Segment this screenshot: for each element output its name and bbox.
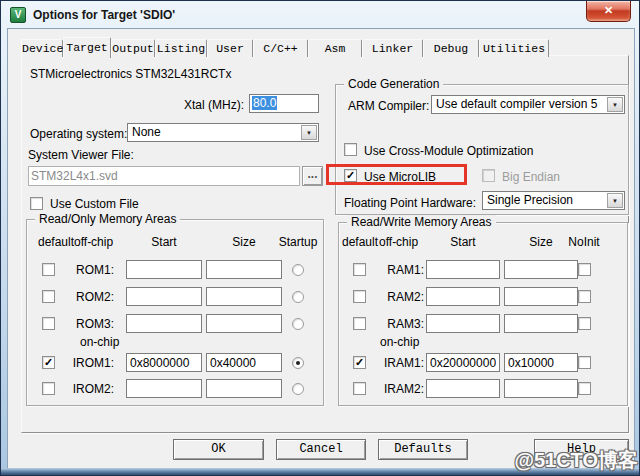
irom1-start-input[interactable]: [126, 353, 202, 372]
checkmark-icon: ✓: [355, 356, 364, 368]
irom2-start-input[interactable]: [126, 379, 202, 398]
ram-header-noinit: NoInit: [562, 235, 606, 249]
chevron-down-icon[interactable]: ▼: [607, 97, 623, 112]
window-title: Options for Target 'SDIO': [33, 8, 175, 22]
rom2-size-input[interactable]: [206, 287, 282, 306]
cross-module-label: Use Cross-Module Optimization: [364, 144, 533, 158]
operating-system-label: Operating system:: [30, 127, 127, 141]
red-highlight-annotation: [326, 164, 467, 185]
iram1-noinit-checkbox[interactable]: [578, 356, 591, 369]
ram1-default-checkbox[interactable]: [353, 263, 366, 276]
big-endian-label: Big Endian: [502, 170, 560, 184]
dialog-body: Device Target Output Listing User C/C++ …: [8, 29, 634, 469]
ram1-label: RAM1:: [374, 263, 424, 277]
close-icon: ✕: [604, 4, 613, 16]
rom3-start-input[interactable]: [126, 314, 202, 333]
system-viewer-file-label: System Viewer File:: [28, 148, 134, 162]
defaults-button[interactable]: Defaults: [378, 439, 468, 460]
rom-header-default: default: [38, 235, 74, 249]
rom1-start-input[interactable]: [126, 260, 202, 279]
cancel-button[interactable]: Cancel: [276, 439, 366, 460]
ok-button[interactable]: OK: [173, 439, 264, 460]
chevron-down-icon[interactable]: ▼: [301, 125, 317, 140]
tab-output[interactable]: Output: [111, 39, 155, 57]
iram2-default-checkbox[interactable]: [353, 382, 366, 395]
irom2-startup-radio[interactable]: [292, 383, 304, 395]
tab-user[interactable]: User: [207, 39, 253, 57]
xtal-input[interactable]: 80.0: [249, 94, 319, 113]
iram2-start-input[interactable]: [426, 379, 500, 398]
tab-utilities[interactable]: Utilities: [479, 39, 549, 57]
ram3-label: RAM3:: [374, 317, 424, 331]
irom2-default-checkbox[interactable]: [42, 382, 55, 395]
close-button[interactable]: ✕: [586, 1, 631, 22]
ram1-start-input[interactable]: [426, 260, 500, 279]
title-bar: V Options for Target 'SDIO' ✕: [1, 1, 639, 29]
operating-system-value: None: [132, 125, 161, 139]
ram1-noinit-checkbox[interactable]: [578, 263, 591, 276]
ram3-default-checkbox[interactable]: [353, 317, 366, 330]
ram3-size-input[interactable]: [504, 314, 578, 333]
ram3-start-input[interactable]: [426, 314, 500, 333]
iram1-size-input[interactable]: [504, 353, 578, 372]
ram2-label: RAM2:: [374, 290, 424, 304]
rom1-startup-radio[interactable]: [292, 264, 304, 276]
floating-point-select[interactable]: Single Precision ▼: [482, 191, 625, 210]
irom2-size-input[interactable]: [206, 379, 282, 398]
rom3-size-input[interactable]: [206, 314, 282, 333]
tab-ccpp[interactable]: C/C++: [253, 39, 308, 57]
rom2-label: ROM2:: [66, 290, 114, 304]
rom2-startup-radio[interactable]: [292, 291, 304, 303]
rom2-default-checkbox[interactable]: [42, 290, 55, 303]
ram3-noinit-checkbox[interactable]: [578, 317, 591, 330]
rom1-default-checkbox[interactable]: [42, 263, 55, 276]
rom-onchip-label: on-chip: [80, 335, 119, 349]
uvision-app-icon: V: [10, 7, 26, 23]
rom3-label: ROM3:: [66, 317, 114, 331]
arm-compiler-label: ARM Compiler:: [348, 99, 429, 113]
irom1-label: IROM1:: [66, 356, 114, 370]
iram1-start-input[interactable]: [426, 353, 500, 372]
rom3-default-checkbox[interactable]: [42, 317, 55, 330]
tab-linker[interactable]: Linker: [362, 39, 423, 57]
rom1-size-input[interactable]: [206, 260, 282, 279]
irom1-startup-radio[interactable]: [292, 357, 304, 369]
ram-header-offchip: off-chip: [379, 235, 418, 249]
tab-device[interactable]: Device: [21, 39, 63, 57]
irom1-size-input[interactable]: [206, 353, 282, 372]
tab-listing[interactable]: Listing: [155, 39, 207, 57]
ram2-default-checkbox[interactable]: [353, 290, 366, 303]
ram2-size-input[interactable]: [504, 287, 578, 306]
checkmark-icon: ✓: [44, 356, 53, 368]
big-endian-checkbox: [482, 169, 495, 182]
ram-header-default: default: [342, 235, 378, 249]
use-custom-file-checkbox[interactable]: [30, 197, 43, 210]
operating-system-select[interactable]: None ▼: [127, 123, 319, 142]
iram2-noinit-checkbox[interactable]: [578, 382, 591, 395]
tab-target[interactable]: Target: [63, 37, 111, 58]
code-generation-title: Code Generation: [344, 77, 443, 91]
ram2-noinit-checkbox[interactable]: [578, 290, 591, 303]
system-viewer-file-field[interactable]: STM32L4x1.svd: [28, 166, 300, 186]
iram1-default-checkbox[interactable]: ✓: [353, 356, 366, 369]
cross-module-checkbox[interactable]: [344, 143, 357, 156]
ram1-size-input[interactable]: [504, 260, 578, 279]
browse-button[interactable]: ...: [302, 166, 323, 186]
iram2-size-input[interactable]: [504, 379, 578, 398]
ram-onchip-label: on-chip: [380, 335, 419, 349]
tab-asm[interactable]: Asm: [308, 39, 362, 57]
iram2-label: IRAM2:: [374, 382, 424, 396]
rom2-start-input[interactable]: [126, 287, 202, 306]
use-custom-file-label: Use Custom File: [50, 197, 139, 211]
iram1-label: IRAM1:: [374, 356, 424, 370]
read-only-memory-title: Read/Only Memory Areas: [35, 212, 180, 226]
floating-point-label: Floating Point Hardware:: [344, 196, 476, 210]
chevron-down-icon[interactable]: ▼: [607, 193, 623, 208]
rom3-startup-radio[interactable]: [292, 318, 304, 330]
arm-compiler-select[interactable]: Use default compiler version 5 ▼: [431, 95, 625, 114]
xtal-value: 80.0: [252, 96, 277, 110]
read-write-memory-title: Read/Write Memory Areas: [347, 215, 496, 229]
ram2-start-input[interactable]: [426, 287, 500, 306]
tab-debug[interactable]: Debug: [423, 39, 479, 57]
irom1-default-checkbox[interactable]: ✓: [42, 356, 55, 369]
